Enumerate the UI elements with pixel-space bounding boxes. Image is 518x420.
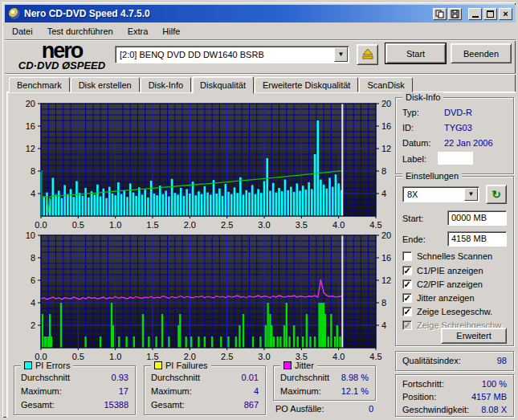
checkbox-c1-pie[interactable]: C1/PIE anzeigen bbox=[402, 265, 483, 276]
copy-to-clipboard-button[interactable] bbox=[433, 8, 447, 20]
advanced-button[interactable]: Erweitert bbox=[441, 328, 507, 344]
refresh-button[interactable]: ↻ bbox=[486, 185, 507, 204]
chevron-down-icon[interactable]: ▼ bbox=[464, 188, 478, 201]
eject-button[interactable] bbox=[357, 44, 378, 65]
disk-type-label: Typ: bbox=[402, 108, 419, 117]
pi-errors-title: PI Errors bbox=[35, 361, 70, 370]
progress-value: 100 % bbox=[482, 379, 507, 389]
menu-hilfe[interactable]: Hilfe bbox=[155, 24, 187, 39]
svg-text:16: 16 bbox=[26, 121, 35, 131]
checkbox-c2-pif[interactable]: C2/PIF anzeigen bbox=[402, 279, 483, 290]
stat-value: 17 bbox=[119, 386, 128, 396]
svg-text:4: 4 bbox=[31, 189, 35, 198]
svg-text:4.5: 4.5 bbox=[369, 352, 381, 361]
position-value: 4157 MB bbox=[471, 392, 507, 402]
svg-text:8: 8 bbox=[31, 166, 35, 176]
stat-value: 15388 bbox=[104, 400, 128, 410]
pi-errors-swatch bbox=[24, 361, 32, 369]
tab-scandisk[interactable]: ScanDisk bbox=[359, 77, 412, 92]
pi-errors-stats-group: PI Errors Durchschnitt0.93 Maximum:17 Ge… bbox=[14, 365, 136, 415]
eject-icon bbox=[361, 48, 374, 61]
position-label: Position: bbox=[402, 392, 436, 402]
svg-text:4: 4 bbox=[381, 320, 386, 330]
po-failures-row: PO Ausfälle: 0 bbox=[275, 404, 373, 414]
stat-label: Maximum: bbox=[21, 386, 62, 396]
tab-disk-info[interactable]: Disk-Info bbox=[141, 77, 191, 92]
start-mb-label: Start: bbox=[402, 214, 423, 223]
window-title: Nero CD-DVD Speed 4.7.5.0 bbox=[24, 8, 431, 19]
stat-value: 8.98 % bbox=[341, 373, 369, 382]
svg-text:4.0: 4.0 bbox=[332, 352, 345, 361]
menu-datei[interactable]: Datei bbox=[5, 24, 40, 39]
disk-date-label: Datum: bbox=[402, 138, 430, 148]
svg-text:3.0: 3.0 bbox=[258, 352, 270, 361]
drive-select[interactable]: [2:0] BENQ DVD DD DW1640 BSRB ▼ bbox=[115, 46, 349, 63]
maximize-button[interactable] bbox=[483, 8, 497, 20]
maximize-icon bbox=[487, 10, 494, 18]
disk-id-label: ID: bbox=[402, 123, 414, 133]
start-mb-field[interactable]: 0000 MB bbox=[447, 210, 507, 226]
checkbox-icon bbox=[402, 320, 412, 330]
save-button[interactable] bbox=[448, 8, 462, 20]
disk-info-group: Disk-Info Typ:DVD-R ID:TYG03 Datum:22 Ja… bbox=[395, 97, 514, 174]
chevron-down-icon[interactable]: ▼ bbox=[334, 47, 348, 62]
checkbox-icon bbox=[402, 293, 412, 303]
checkbox-lesegeschw[interactable]: Zeige Lesegeschw. bbox=[402, 306, 492, 317]
disk-info-title: Disk-Info bbox=[402, 92, 443, 102]
disk-label-label: Label: bbox=[402, 154, 426, 164]
menu-bar: Datei Test durchführen Extra Hilfe bbox=[5, 22, 516, 39]
pi-errors-chart: 48121620481216200.00.51.01.52.02.53.03.5… bbox=[9, 96, 393, 232]
menu-test-durchfuehren[interactable]: Test durchführen bbox=[40, 24, 120, 39]
checkbox-icon bbox=[402, 266, 412, 275]
svg-text:6: 6 bbox=[31, 275, 35, 285]
disk-type-value: DVD-R bbox=[444, 108, 472, 117]
checkbox-icon bbox=[402, 279, 412, 289]
close-button[interactable]: × bbox=[499, 8, 512, 20]
checkbox-icon bbox=[402, 251, 412, 261]
svg-text:10: 10 bbox=[26, 230, 35, 240]
settings-group: Einstellungen 8X ▼ ↻ Start: 0000 MB Ende… bbox=[395, 176, 514, 346]
checkbox-label: C1/PIE anzeigen bbox=[417, 266, 483, 275]
disk-id-value: TYG03 bbox=[444, 123, 472, 133]
stat-value: 4 bbox=[254, 386, 259, 396]
save-icon bbox=[451, 10, 459, 18]
quit-button[interactable]: Beenden bbox=[451, 43, 512, 63]
tab-erweiterte-diskqualitaet[interactable]: Erweiterte Diskqualität bbox=[255, 77, 358, 92]
menu-extra[interactable]: Extra bbox=[120, 24, 156, 39]
checkbox-jitter[interactable]: Jitter anzeigen bbox=[402, 292, 475, 304]
svg-text:12: 12 bbox=[381, 275, 391, 285]
minimize-icon bbox=[472, 16, 479, 18]
speed-select[interactable]: 8X ▼ bbox=[402, 186, 479, 202]
svg-text:16: 16 bbox=[381, 253, 391, 263]
tab-diskqualitaet[interactable]: Diskqualität bbox=[192, 76, 254, 94]
disk-date-value: 22 Jan 2006 bbox=[444, 138, 493, 148]
stat-label: Gesamt: bbox=[151, 400, 185, 410]
end-mb-field[interactable]: 4158 MB bbox=[447, 231, 507, 247]
start-button[interactable]: Start bbox=[385, 43, 446, 63]
checkbox-label: Schnelles Scannen bbox=[417, 251, 492, 261]
stat-label: Durchschnitt bbox=[21, 373, 70, 382]
svg-text:2: 2 bbox=[31, 320, 35, 330]
svg-text:8: 8 bbox=[381, 166, 386, 176]
stat-label: Maximum: bbox=[151, 386, 192, 396]
svg-text:8: 8 bbox=[31, 253, 35, 263]
nero-logo: nero CD·DVD ØSPEED bbox=[10, 41, 113, 71]
pi-failures-stats-group: PI Failures Durchschnitt0.01 Maximum:4 G… bbox=[144, 365, 266, 415]
tab-disk-erstellen[interactable]: Disk erstellen bbox=[71, 77, 140, 92]
title-bar[interactable]: Nero CD-DVD Speed 4.7.5.0 × bbox=[5, 5, 516, 22]
jitter-swatch bbox=[283, 361, 292, 369]
pi-failures-title: PI Failures bbox=[165, 361, 208, 370]
header-separator bbox=[5, 73, 516, 75]
nero-logo-line1: nero bbox=[10, 41, 113, 60]
svg-text:4: 4 bbox=[381, 189, 386, 198]
svg-text:20: 20 bbox=[26, 99, 35, 108]
tab-benchmark[interactable]: Benchmark bbox=[9, 77, 70, 92]
stat-value: 12.1 % bbox=[341, 386, 369, 396]
minimize-button[interactable] bbox=[468, 8, 482, 20]
svg-text:12: 12 bbox=[26, 144, 35, 153]
stat-label: Gesamt: bbox=[21, 400, 55, 410]
svg-text:12: 12 bbox=[381, 144, 391, 153]
checkbox-label: Zeige Lesegeschw. bbox=[417, 307, 492, 316]
checkbox-schnelles-scannen[interactable]: Schnelles Scannen bbox=[402, 251, 492, 262]
tab-strip: Benchmark Disk erstellen Disk-Info Diskq… bbox=[9, 76, 414, 92]
